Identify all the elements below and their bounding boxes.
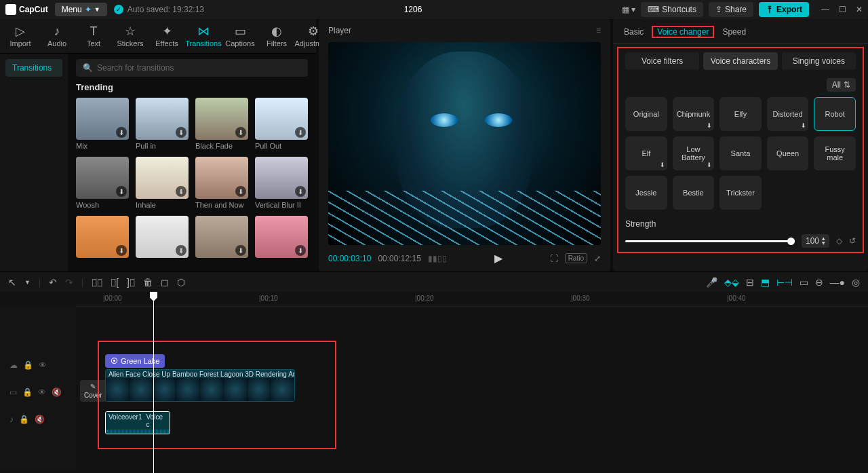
transition-thumb[interactable]: ⬇ xyxy=(136,216,189,260)
menu-button[interactable]: Menu ✦ ▼ xyxy=(55,3,107,16)
inspector-tab-basic[interactable]: Basic xyxy=(624,27,644,43)
transition-thumb[interactable]: ⬇Inhale xyxy=(136,157,189,209)
magnet-icon[interactable]: ⬘⬙ xyxy=(724,277,739,288)
voice-distorted[interactable]: Distorted⬇ xyxy=(767,97,809,131)
transition-thumb[interactable]: ⬇Mix xyxy=(76,98,129,150)
autosave-status: ✓ Auto saved: 19:32:13 xyxy=(114,5,204,14)
minimize-button[interactable]: — xyxy=(821,5,829,14)
tool-transitions[interactable]: ⋈Transitions xyxy=(190,22,217,50)
tool-captions[interactable]: ▭Captions xyxy=(226,22,254,50)
fit-icon[interactable]: ◎ xyxy=(852,277,860,288)
eye-icon[interactable]: 👁 xyxy=(38,387,46,397)
all-filter-button[interactable]: All ⇅ xyxy=(827,78,856,92)
blank-icon[interactable]: ▭ xyxy=(800,277,808,288)
transition-thumb[interactable]: ⬇Black Fade xyxy=(195,98,248,150)
split-left-tool[interactable]: ⌷[ xyxy=(111,277,119,288)
chevron-down-icon[interactable]: ▼ xyxy=(24,279,31,286)
redo-button[interactable]: ↷ xyxy=(65,277,73,288)
transition-thumb[interactable]: ⬇Pull in xyxy=(136,98,189,150)
transition-thumb[interactable]: ⬇ xyxy=(195,216,248,260)
voice-original[interactable]: Original xyxy=(625,97,667,131)
voice-queen[interactable]: Queen xyxy=(767,136,809,170)
playhead[interactable] xyxy=(153,292,154,473)
reset-icon[interactable]: ↺ xyxy=(849,236,856,246)
tool-effects[interactable]: ✦Effects xyxy=(153,22,180,50)
zoom-slider[interactable]: —● xyxy=(830,277,845,288)
mute-icon[interactable]: 🔇 xyxy=(52,387,62,397)
tool-filters[interactable]: ◐Filters xyxy=(263,22,290,50)
menu-icon[interactable]: ≡ xyxy=(596,26,601,35)
inspector-tab-voice-changer[interactable]: Voice changer xyxy=(656,27,710,43)
voice-trickster[interactable]: Trickster xyxy=(719,176,762,210)
voice-chipmunk[interactable]: Chipmunk⬇ xyxy=(673,97,715,131)
tool-text[interactable]: TText xyxy=(80,22,107,50)
voice-subtab-singing-voices[interactable]: Singing voices xyxy=(782,52,856,70)
time-ruler[interactable]: |00:00|00:10|00:20|00:30|00:40 xyxy=(76,292,868,307)
select-tool[interactable]: ↖ xyxy=(8,277,16,288)
voice-subtab-voice-characters[interactable]: Voice characters xyxy=(703,52,777,70)
lock-icon[interactable]: 🔒 xyxy=(23,360,33,370)
timeline[interactable]: |00:00|00:10|00:20|00:30|00:40 ☁ 🔒 👁 ▭ 🔒… xyxy=(0,292,868,473)
voice-low-battery[interactable]: Low Battery⬇ xyxy=(673,136,715,170)
download-icon: ⬇ xyxy=(801,122,806,129)
transition-thumb[interactable]: ⬇Vertical Blur II xyxy=(255,157,308,209)
ratio-button[interactable]: Ratio xyxy=(565,253,587,263)
audio-track-icon[interactable]: ♪ xyxy=(9,415,14,424)
maximize-button[interactable]: ☐ xyxy=(839,5,846,14)
strength-slider[interactable] xyxy=(625,240,795,242)
shortcuts-button[interactable]: ⌨ Shortcuts xyxy=(641,2,703,17)
link-icon[interactable]: ⊟ xyxy=(746,277,754,288)
lock-icon[interactable]: 🔒 xyxy=(22,387,33,397)
video-clip[interactable]: Alien Face Close Up Bamboo Forest Lagoon… xyxy=(105,369,295,402)
volume-icon[interactable]: ▮▮▯▯ xyxy=(428,254,447,263)
voice-elf[interactable]: Elf⬇ xyxy=(625,136,667,170)
layout-icon[interactable]: ▦ ▾ xyxy=(622,5,635,14)
tool-audio[interactable]: ♪Audio xyxy=(43,22,71,50)
transition-thumb[interactable]: ⬇ xyxy=(255,216,308,260)
close-button[interactable]: ✕ xyxy=(856,5,863,14)
export-button[interactable]: ⭱ Export xyxy=(759,2,809,17)
voice-jessie[interactable]: Jessie xyxy=(625,176,667,210)
zoom-out-icon[interactable]: ⊖ xyxy=(815,277,823,288)
voice-santa[interactable]: Santa xyxy=(719,136,762,170)
voice-bestie[interactable]: Bestie xyxy=(673,176,715,210)
voice-elfy[interactable]: Elfy xyxy=(719,97,762,131)
split-tool[interactable]: ⌷⌷ xyxy=(92,277,102,288)
snap-icon[interactable]: ⬒ xyxy=(761,277,770,288)
eye-icon[interactable]: 👁 xyxy=(39,360,47,370)
video-preview[interactable] xyxy=(328,42,601,245)
preview-axis-icon[interactable]: ⊢⊣ xyxy=(776,277,793,288)
inspector-tab-speed[interactable]: Speed xyxy=(722,27,746,43)
keyframe-icon[interactable]: ◇ xyxy=(836,236,842,246)
mask-tool[interactable]: ⬡ xyxy=(177,277,185,288)
mute-icon[interactable]: 🔇 xyxy=(35,415,45,424)
side-tab-transitions[interactable]: Transitions xyxy=(5,59,62,77)
voice-subtab-voice-filters[interactable]: Voice filters xyxy=(625,52,699,70)
voice-fussy-male[interactable]: Fussy male xyxy=(814,136,856,170)
lock-icon[interactable]: 🔒 xyxy=(19,415,29,424)
transition-thumb[interactable]: ⬇Woosh xyxy=(76,157,129,209)
section-title: Trending xyxy=(76,82,308,92)
play-button[interactable]: ▶ xyxy=(494,252,502,264)
video-track-icon[interactable]: ▭ xyxy=(9,387,17,397)
tool-import[interactable]: ▷Import xyxy=(7,22,34,50)
share-button[interactable]: ⇪ Share xyxy=(709,2,753,17)
fullscreen-icon[interactable]: ⤢ xyxy=(594,254,601,263)
cloud-icon[interactable]: ☁ xyxy=(9,360,18,370)
audio-clip[interactable]: Voiceover1 Voice c xyxy=(105,411,170,434)
undo-button[interactable]: ↶ xyxy=(49,277,57,288)
strength-value[interactable]: 100 ▴▾ xyxy=(802,234,829,248)
transition-thumb[interactable]: ⬇Then and Now xyxy=(195,157,248,209)
crop-tool[interactable]: ◻ xyxy=(161,277,169,288)
transition-thumb[interactable]: ⬇ xyxy=(76,216,129,260)
tool-stickers[interactable]: ☆Stickers xyxy=(117,22,144,50)
split-right-tool[interactable]: ]⌷ xyxy=(127,277,135,288)
scan-icon[interactable]: ⛶ xyxy=(550,254,558,263)
label-clip[interactable]: ⦿ Green Lake xyxy=(105,354,165,368)
voice-robot[interactable]: Robot xyxy=(814,97,856,131)
mic-icon[interactable]: 🎤 xyxy=(706,277,717,288)
search-input[interactable]: 🔍 Search for transitions xyxy=(76,59,308,77)
transition-thumb[interactable]: ⬇Pull Out xyxy=(255,98,308,150)
delete-tool[interactable]: 🗑 xyxy=(143,277,153,288)
project-title: 1206 xyxy=(211,5,615,14)
